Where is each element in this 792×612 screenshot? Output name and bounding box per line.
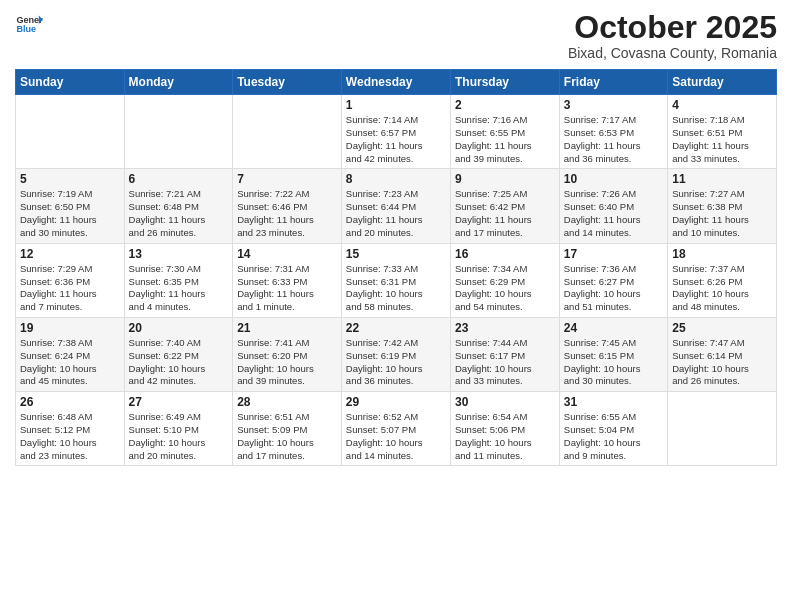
day-number: 15 — [346, 247, 446, 261]
day-info: Sunrise: 7:23 AM Sunset: 6:44 PM Dayligh… — [346, 188, 446, 239]
day-info: Sunrise: 7:44 AM Sunset: 6:17 PM Dayligh… — [455, 337, 555, 388]
day-number: 12 — [20, 247, 120, 261]
calendar-cell: 2Sunrise: 7:16 AM Sunset: 6:55 PM Daylig… — [450, 95, 559, 169]
day-number: 22 — [346, 321, 446, 335]
calendar-cell: 26Sunrise: 6:48 AM Sunset: 5:12 PM Dayli… — [16, 392, 125, 466]
calendar-cell: 22Sunrise: 7:42 AM Sunset: 6:19 PM Dayli… — [341, 317, 450, 391]
calendar-cell: 17Sunrise: 7:36 AM Sunset: 6:27 PM Dayli… — [559, 243, 667, 317]
day-info: Sunrise: 6:54 AM Sunset: 5:06 PM Dayligh… — [455, 411, 555, 462]
weekday-header-tuesday: Tuesday — [233, 70, 342, 95]
calendar-cell: 4Sunrise: 7:18 AM Sunset: 6:51 PM Daylig… — [668, 95, 777, 169]
day-number: 14 — [237, 247, 337, 261]
day-info: Sunrise: 7:40 AM Sunset: 6:22 PM Dayligh… — [129, 337, 229, 388]
calendar-cell: 30Sunrise: 6:54 AM Sunset: 5:06 PM Dayli… — [450, 392, 559, 466]
calendar-cell: 13Sunrise: 7:30 AM Sunset: 6:35 PM Dayli… — [124, 243, 233, 317]
day-info: Sunrise: 7:38 AM Sunset: 6:24 PM Dayligh… — [20, 337, 120, 388]
day-info: Sunrise: 7:27 AM Sunset: 6:38 PM Dayligh… — [672, 188, 772, 239]
calendar-cell: 10Sunrise: 7:26 AM Sunset: 6:40 PM Dayli… — [559, 169, 667, 243]
day-number: 19 — [20, 321, 120, 335]
logo-icon: General Blue — [15, 10, 43, 38]
day-number: 4 — [672, 98, 772, 112]
day-number: 6 — [129, 172, 229, 186]
day-number: 30 — [455, 395, 555, 409]
calendar-cell — [233, 95, 342, 169]
day-info: Sunrise: 7:22 AM Sunset: 6:46 PM Dayligh… — [237, 188, 337, 239]
day-number: 2 — [455, 98, 555, 112]
calendar-cell: 31Sunrise: 6:55 AM Sunset: 5:04 PM Dayli… — [559, 392, 667, 466]
calendar-cell: 8Sunrise: 7:23 AM Sunset: 6:44 PM Daylig… — [341, 169, 450, 243]
calendar-cell — [124, 95, 233, 169]
day-number: 24 — [564, 321, 663, 335]
day-info: Sunrise: 7:21 AM Sunset: 6:48 PM Dayligh… — [129, 188, 229, 239]
calendar-cell: 9Sunrise: 7:25 AM Sunset: 6:42 PM Daylig… — [450, 169, 559, 243]
day-info: Sunrise: 7:31 AM Sunset: 6:33 PM Dayligh… — [237, 263, 337, 314]
day-number: 27 — [129, 395, 229, 409]
calendar-cell: 24Sunrise: 7:45 AM Sunset: 6:15 PM Dayli… — [559, 317, 667, 391]
month-title: October 2025 — [568, 10, 777, 45]
day-number: 11 — [672, 172, 772, 186]
calendar-week-row: 1Sunrise: 7:14 AM Sunset: 6:57 PM Daylig… — [16, 95, 777, 169]
title-area: October 2025 Bixad, Covasna County, Roma… — [568, 10, 777, 61]
day-number: 7 — [237, 172, 337, 186]
day-info: Sunrise: 7:17 AM Sunset: 6:53 PM Dayligh… — [564, 114, 663, 165]
calendar-cell — [16, 95, 125, 169]
day-number: 13 — [129, 247, 229, 261]
svg-text:Blue: Blue — [16, 24, 36, 34]
calendar-cell: 23Sunrise: 7:44 AM Sunset: 6:17 PM Dayli… — [450, 317, 559, 391]
calendar-cell: 27Sunrise: 6:49 AM Sunset: 5:10 PM Dayli… — [124, 392, 233, 466]
calendar-cell: 20Sunrise: 7:40 AM Sunset: 6:22 PM Dayli… — [124, 317, 233, 391]
calendar-week-row: 19Sunrise: 7:38 AM Sunset: 6:24 PM Dayli… — [16, 317, 777, 391]
day-info: Sunrise: 7:45 AM Sunset: 6:15 PM Dayligh… — [564, 337, 663, 388]
day-number: 28 — [237, 395, 337, 409]
calendar-week-row: 5Sunrise: 7:19 AM Sunset: 6:50 PM Daylig… — [16, 169, 777, 243]
day-number: 16 — [455, 247, 555, 261]
day-info: Sunrise: 7:33 AM Sunset: 6:31 PM Dayligh… — [346, 263, 446, 314]
day-number: 31 — [564, 395, 663, 409]
calendar-cell: 14Sunrise: 7:31 AM Sunset: 6:33 PM Dayli… — [233, 243, 342, 317]
location-subtitle: Bixad, Covasna County, Romania — [568, 45, 777, 61]
day-info: Sunrise: 7:26 AM Sunset: 6:40 PM Dayligh… — [564, 188, 663, 239]
day-info: Sunrise: 7:14 AM Sunset: 6:57 PM Dayligh… — [346, 114, 446, 165]
day-info: Sunrise: 7:30 AM Sunset: 6:35 PM Dayligh… — [129, 263, 229, 314]
weekday-header-friday: Friday — [559, 70, 667, 95]
day-info: Sunrise: 7:47 AM Sunset: 6:14 PM Dayligh… — [672, 337, 772, 388]
day-number: 25 — [672, 321, 772, 335]
day-number: 1 — [346, 98, 446, 112]
calendar-cell: 18Sunrise: 7:37 AM Sunset: 6:26 PM Dayli… — [668, 243, 777, 317]
day-info: Sunrise: 6:52 AM Sunset: 5:07 PM Dayligh… — [346, 411, 446, 462]
logo: General Blue — [15, 10, 43, 38]
day-number: 5 — [20, 172, 120, 186]
calendar-week-row: 12Sunrise: 7:29 AM Sunset: 6:36 PM Dayli… — [16, 243, 777, 317]
day-info: Sunrise: 7:42 AM Sunset: 6:19 PM Dayligh… — [346, 337, 446, 388]
day-info: Sunrise: 7:18 AM Sunset: 6:51 PM Dayligh… — [672, 114, 772, 165]
calendar-cell: 6Sunrise: 7:21 AM Sunset: 6:48 PM Daylig… — [124, 169, 233, 243]
day-number: 10 — [564, 172, 663, 186]
day-number: 8 — [346, 172, 446, 186]
day-info: Sunrise: 7:29 AM Sunset: 6:36 PM Dayligh… — [20, 263, 120, 314]
day-info: Sunrise: 7:34 AM Sunset: 6:29 PM Dayligh… — [455, 263, 555, 314]
day-info: Sunrise: 7:25 AM Sunset: 6:42 PM Dayligh… — [455, 188, 555, 239]
calendar-cell: 7Sunrise: 7:22 AM Sunset: 6:46 PM Daylig… — [233, 169, 342, 243]
weekday-header-sunday: Sunday — [16, 70, 125, 95]
weekday-header-saturday: Saturday — [668, 70, 777, 95]
calendar-cell: 5Sunrise: 7:19 AM Sunset: 6:50 PM Daylig… — [16, 169, 125, 243]
calendar-cell: 19Sunrise: 7:38 AM Sunset: 6:24 PM Dayli… — [16, 317, 125, 391]
calendar-cell: 12Sunrise: 7:29 AM Sunset: 6:36 PM Dayli… — [16, 243, 125, 317]
day-info: Sunrise: 7:36 AM Sunset: 6:27 PM Dayligh… — [564, 263, 663, 314]
calendar-cell: 28Sunrise: 6:51 AM Sunset: 5:09 PM Dayli… — [233, 392, 342, 466]
calendar-cell: 21Sunrise: 7:41 AM Sunset: 6:20 PM Dayli… — [233, 317, 342, 391]
weekday-header-wednesday: Wednesday — [341, 70, 450, 95]
calendar-header-row: SundayMondayTuesdayWednesdayThursdayFrid… — [16, 70, 777, 95]
day-info: Sunrise: 6:51 AM Sunset: 5:09 PM Dayligh… — [237, 411, 337, 462]
calendar-week-row: 26Sunrise: 6:48 AM Sunset: 5:12 PM Dayli… — [16, 392, 777, 466]
day-info: Sunrise: 6:48 AM Sunset: 5:12 PM Dayligh… — [20, 411, 120, 462]
weekday-header-thursday: Thursday — [450, 70, 559, 95]
weekday-header-monday: Monday — [124, 70, 233, 95]
day-info: Sunrise: 6:55 AM Sunset: 5:04 PM Dayligh… — [564, 411, 663, 462]
calendar-table: SundayMondayTuesdayWednesdayThursdayFrid… — [15, 69, 777, 466]
day-number: 23 — [455, 321, 555, 335]
day-number: 17 — [564, 247, 663, 261]
day-info: Sunrise: 7:16 AM Sunset: 6:55 PM Dayligh… — [455, 114, 555, 165]
calendar-cell: 25Sunrise: 7:47 AM Sunset: 6:14 PM Dayli… — [668, 317, 777, 391]
calendar-cell: 3Sunrise: 7:17 AM Sunset: 6:53 PM Daylig… — [559, 95, 667, 169]
